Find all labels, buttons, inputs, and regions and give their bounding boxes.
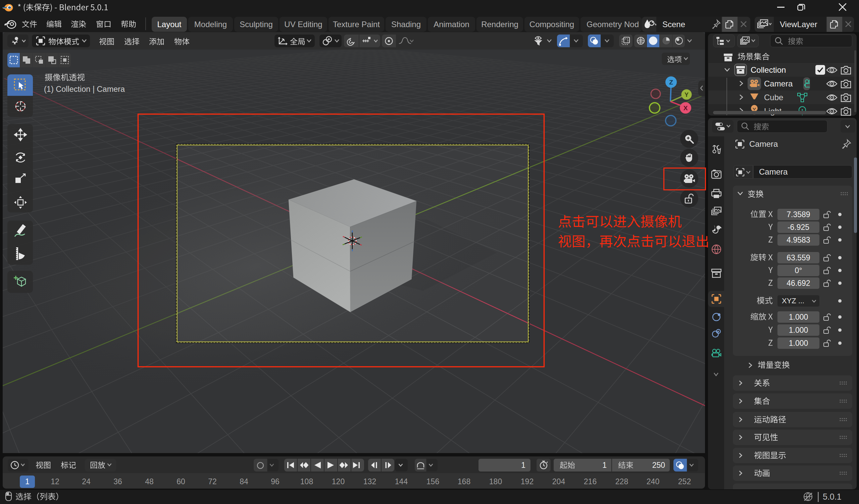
svg-text:Z: Z — [669, 79, 673, 86]
svg-text:X: X — [683, 105, 688, 112]
svg-text:Y: Y — [684, 92, 689, 98]
